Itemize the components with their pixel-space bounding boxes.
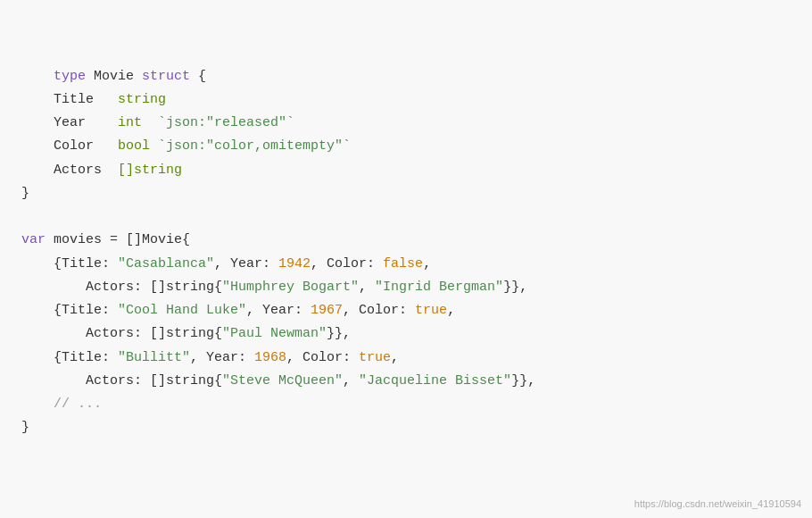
movie-2-actors: Actors: []string{"Paul Newman"}}, <box>21 326 351 341</box>
code-container: type Movie struct { Title string Year in… <box>0 0 812 518</box>
watermark: https://blog.csdn.net/weixin_41910594 <box>634 498 801 509</box>
movie-1-line1: {Title: "Casablanca", Year: 1942, Color:… <box>21 256 431 272</box>
var-line: var movies = []Movie{ <box>21 232 190 247</box>
struct-close-brace: } <box>21 186 29 201</box>
kw-var: var <box>21 232 46 247</box>
struct-line-actors: Actors []string <box>21 163 182 178</box>
struct-line-title: Title string <box>21 92 166 107</box>
struct-line-1: type Movie struct { <box>54 69 206 84</box>
code-block: type Movie struct { Title string Year in… <box>21 18 791 464</box>
struct-line-year: Year int `json:"released"` <box>21 115 294 130</box>
var-close-brace: } <box>21 420 29 435</box>
movie-1-actors: Actors: []string{"Humphrey Bogart", "Ing… <box>21 280 527 295</box>
movie-3-line1: {Title: "Bullitt", Year: 1968, Color: tr… <box>21 350 399 365</box>
movie-2-line1: {Title: "Cool Hand Luke", Year: 1967, Co… <box>21 303 455 318</box>
movie-3-actors: Actors: []string{"Steve McQueen", "Jacqu… <box>21 373 535 388</box>
kw-struct: struct <box>142 69 190 84</box>
kw-type: type <box>54 69 86 84</box>
struct-line-color: Color bool `json:"color,omitempty"` <box>21 138 351 154</box>
comment-ellipsis: // ... <box>21 397 102 412</box>
